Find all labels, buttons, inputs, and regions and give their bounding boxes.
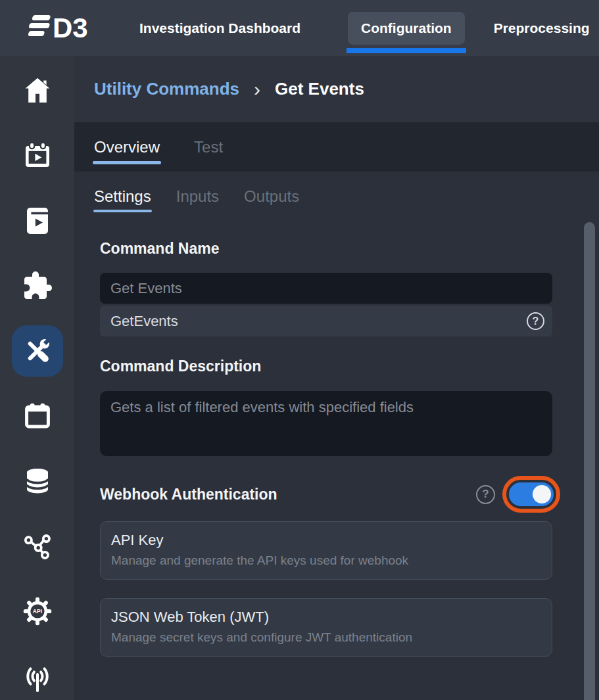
- sidebar-item-playbook-runs[interactable]: [12, 130, 63, 181]
- sidebar-item-api-settings[interactable]: API: [12, 586, 63, 637]
- d3-logo[interactable]: D3: [20, 11, 99, 46]
- command-name-label: Command Name: [100, 240, 552, 258]
- tab-inputs[interactable]: Inputs: [176, 187, 219, 206]
- webhook-authentication-row: Webhook Authentication ?: [100, 476, 552, 513]
- internal-command-name-row: GetEvents ?: [100, 306, 552, 337]
- tab-configuration[interactable]: Configuration: [348, 12, 465, 45]
- sidebar-item-home[interactable]: [12, 65, 63, 116]
- webhook-authentication-label: Webhook Authentication: [100, 486, 277, 503]
- database-icon: [22, 465, 53, 497]
- tab-settings[interactable]: Settings: [94, 187, 151, 206]
- breadcrumb: Utility Commands › Get Events: [74, 56, 599, 122]
- antenna-icon: [22, 661, 53, 692]
- sidebar-item-playbook-library[interactable]: [12, 195, 63, 246]
- book-play-icon: [22, 205, 53, 237]
- tab-test[interactable]: Test: [194, 138, 223, 156]
- tab-investigation-dashboard[interactable]: Investigation Dashboard: [126, 12, 314, 45]
- tab-preprocessing[interactable]: Preprocessing: [481, 12, 599, 45]
- api-key-card[interactable]: API Key Manage and generate the API keys…: [100, 521, 552, 580]
- sidebar-item-schedules[interactable]: [12, 390, 63, 442]
- calendar-icon: [22, 400, 53, 432]
- calendar-play-icon: [22, 140, 53, 172]
- help-icon[interactable]: ?: [527, 312, 544, 330]
- breadcrumb-chevron-icon: ›: [254, 80, 260, 99]
- settings-form: Command Name GetEvents ? Command Descrip…: [100, 240, 552, 657]
- toggle-knob: [533, 485, 551, 503]
- share-nodes-icon: [22, 530, 53, 562]
- internal-command-name: GetEvents: [110, 313, 178, 330]
- sidebar-item-integrations[interactable]: [12, 260, 63, 312]
- secondary-tab-bar: Settings Inputs Outputs: [94, 187, 599, 206]
- help-icon[interactable]: ?: [476, 485, 495, 504]
- api-gear-icon: API: [22, 595, 53, 627]
- vertical-scrollbar-thumb[interactable]: [584, 222, 595, 700]
- puzzle-icon: [22, 270, 53, 302]
- page-title: Get Events: [275, 79, 364, 99]
- home-icon: [22, 75, 53, 106]
- sidebar-item-event-intake[interactable]: [12, 651, 63, 700]
- jwt-card-title: JSON Web Token (JWT): [111, 609, 541, 626]
- sidebar-item-data-management[interactable]: [12, 455, 63, 507]
- d3-logo-icon: D3: [20, 11, 99, 43]
- command-name-input[interactable]: [100, 273, 552, 304]
- tab-overview[interactable]: Overview: [94, 138, 160, 156]
- svg-text:API: API: [32, 608, 41, 615]
- sidebar-item-utility-commands[interactable]: [12, 325, 63, 377]
- primary-tab-bar: Overview Test: [74, 122, 599, 172]
- main-panel: Utility Commands › Get Events Overview T…: [74, 56, 599, 700]
- api-key-card-title: API Key: [111, 532, 541, 549]
- icon-sidebar: API: [0, 56, 74, 700]
- command-description-textarea[interactable]: [100, 391, 552, 456]
- d3-logo-text: D3: [53, 12, 88, 43]
- command-description-label: Command Description: [100, 358, 552, 375]
- api-key-card-description: Manage and generate the API keys used fo…: [111, 553, 541, 568]
- overview-content: Settings Inputs Outputs Command Name Get…: [74, 172, 599, 700]
- breadcrumb-parent-link[interactable]: Utility Commands: [94, 79, 239, 99]
- jwt-card[interactable]: JSON Web Token (JWT) Manage secret keys …: [100, 598, 552, 657]
- jwt-card-description: Manage secret keys and configure JWT aut…: [111, 630, 541, 645]
- webhook-authentication-toggle[interactable]: [509, 482, 554, 506]
- top-navigation-bar: D3 Investigation Dashboard Configuration…: [0, 0, 599, 56]
- annotation-highlight-ring: [502, 476, 560, 513]
- tools-icon: [22, 335, 53, 367]
- tab-outputs[interactable]: Outputs: [244, 187, 299, 206]
- sidebar-item-link-analysis[interactable]: [12, 521, 63, 572]
